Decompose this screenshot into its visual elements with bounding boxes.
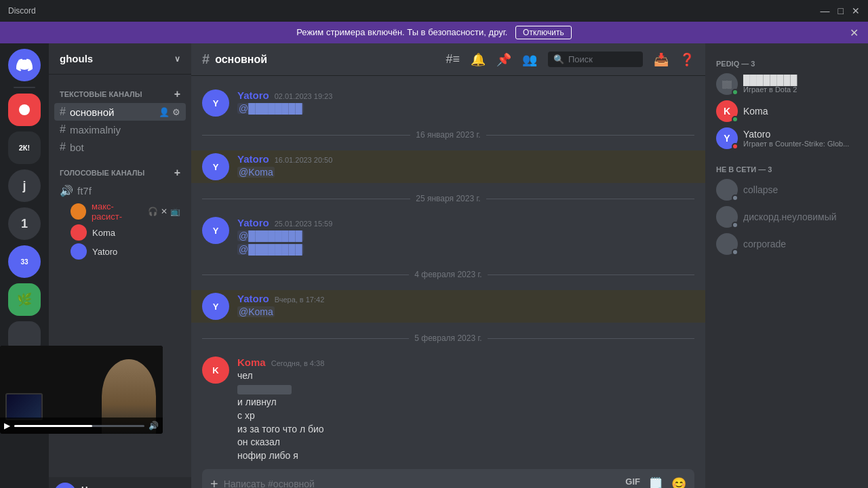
msg-text-1: @████████ xyxy=(237,102,694,116)
text-channels-label[interactable]: ТЕКСТОВЫЕ КАНАЛЫ + xyxy=(54,85,186,103)
msg-text-4: @Koma xyxy=(237,306,694,319)
server-icon-1[interactable]: 1 xyxy=(8,207,41,240)
emoji-icon[interactable]: 😊 xyxy=(671,476,686,488)
mute-icon: ✕ xyxy=(161,207,167,216)
msg-author-2[interactable]: Yatoro xyxy=(237,153,269,165)
member-status-online1 xyxy=(732,89,738,96)
search-box[interactable]: 🔍 Поиск xyxy=(548,52,643,67)
member-avatar-koma: K xyxy=(716,100,738,122)
member-activity-online1: Играет в Dota 2 xyxy=(743,85,857,94)
hash-icon-2: # xyxy=(60,123,66,136)
notif-text: Режим стримера включён. Ты в безопасност… xyxy=(296,27,507,37)
member-avatar-yatoro: Y xyxy=(716,127,738,149)
member-name-koma: Koma xyxy=(743,106,857,117)
date-separator-jan25: 25 января 2023 г. xyxy=(202,194,694,203)
add-text-channel-icon[interactable]: + xyxy=(174,88,180,100)
members-icon[interactable]: 👥 xyxy=(522,52,537,67)
channel-user-icon[interactable]: 👤 xyxy=(159,107,170,117)
chat-header-icons[interactable]: #≡ 🔔 📌 👥 🔍 Поиск 📥 ❓ xyxy=(446,52,694,67)
member-name-collapse: collapse xyxy=(743,184,857,195)
member-item-discord-unavoidable[interactable]: дискорд.неуловимый xyxy=(711,203,863,230)
member-status-koma xyxy=(732,116,738,123)
member-info-collapse: collapse xyxy=(743,184,857,195)
inbox-icon[interactable]: 📥 xyxy=(654,52,669,67)
server-name-header[interactable]: ghouls ∨ xyxy=(49,43,191,75)
member-avatar-offline2 xyxy=(716,206,738,228)
avatar-yatoro-4: Y xyxy=(202,293,229,320)
member-status-corporade xyxy=(732,249,738,256)
notif-close-icon[interactable]: ✕ xyxy=(850,26,859,39)
thread-icon[interactable]: #≡ xyxy=(446,52,460,66)
add-voice-channel-icon[interactable]: + xyxy=(174,167,180,179)
server-icon-red[interactable] xyxy=(8,94,41,126)
notif-disable-button[interactable]: Отключить xyxy=(515,26,572,39)
koma-line-5: он сказал xyxy=(237,436,694,449)
member-info-corporade: corporade xyxy=(743,239,857,249)
bell-icon[interactable]: 🔔 xyxy=(471,52,486,67)
gif-button[interactable]: GIF xyxy=(625,476,640,488)
chat-input-box[interactable]: + GIF 🗒️ 😊 xyxy=(202,469,694,488)
channel-gear-icon[interactable]: ⚙ xyxy=(172,107,180,117)
overlay-controls[interactable]: ▶ 🔊 xyxy=(0,418,163,434)
maximize-btn[interactable]: □ xyxy=(838,5,844,16)
hash-icon: # xyxy=(60,106,66,118)
offline-members-label: НЕ В СЕТИ — 3 xyxy=(711,160,863,176)
mention-3: @████████ xyxy=(237,244,304,255)
voice-user-koma-avatar xyxy=(71,224,87,241)
online-members-label: PEDIQ — 3 xyxy=(711,54,863,70)
channel-name-bot: bot xyxy=(70,142,84,153)
close-btn[interactable]: ✕ xyxy=(852,5,860,16)
channel-name-maximalniy: maximalniy xyxy=(70,124,121,136)
member-item-collapse[interactable]: collapse xyxy=(711,176,863,203)
channel-item-maximalniy[interactable]: # maximalniy xyxy=(54,121,186,138)
msg-content-3: Yatoro 25.01.2023 15:59 @████████ @█████… xyxy=(237,217,694,256)
msg-header-5: Koma Сегодня, в 4:38 xyxy=(237,357,694,368)
member-item-koma[interactable]: K Koma xyxy=(711,98,863,125)
search-icon: 🔍 xyxy=(553,54,564,64)
channel-item-osnovnoy[interactable]: # основной 👤 ⚙ xyxy=(54,103,186,121)
msg-text-2: @Koma xyxy=(237,166,694,180)
server-icon-home[interactable] xyxy=(8,49,41,81)
server-icon-j[interactable]: j xyxy=(8,169,41,202)
msg-author-5[interactable]: Koma xyxy=(237,357,266,368)
server-divider xyxy=(14,87,35,88)
member-item-online1[interactable]: ░░ ████████ Играет в Dota 2 xyxy=(711,70,863,98)
member-item-yatoro[interactable]: Y Yatoro Играет в Counter-Strike: Glob..… xyxy=(711,125,863,152)
msg-author-1[interactable]: Yatoro xyxy=(237,89,269,101)
date-separator-feb4: 4 февраля 2023 г. xyxy=(202,270,694,279)
window-controls[interactable]: — □ ✕ xyxy=(821,5,860,16)
msg-header-2: Yatoro 16.01.2023 20:50 xyxy=(237,153,694,165)
msg-author-4[interactable]: Yatoro xyxy=(237,293,269,304)
play-icon[interactable]: ▶ xyxy=(4,421,10,430)
notification-bar: Режим стримера включён. Ты в безопасност… xyxy=(0,22,868,43)
message-input[interactable] xyxy=(224,479,626,488)
avatar-yatoro-2: Y xyxy=(202,153,229,180)
msg-time-4: Вчера, в 17:42 xyxy=(275,296,325,304)
volume-icon[interactable]: 🔊 xyxy=(149,421,159,430)
msg-author-3[interactable]: Yatoro xyxy=(237,217,269,228)
channel-item-ft7f[interactable]: 🔊 ft7f xyxy=(54,182,186,200)
text-channels-section-title: ТЕКСТОВЫЕ КАНАЛЫ xyxy=(60,90,142,98)
mention-1: @████████ xyxy=(237,103,304,114)
server-icon-2k[interactable]: 2К! xyxy=(8,131,41,164)
stream-icon: 📺 xyxy=(170,207,180,216)
minimize-btn[interactable]: — xyxy=(821,5,830,16)
add-attachment-icon[interactable]: + xyxy=(210,476,218,489)
pin-icon[interactable]: 📌 xyxy=(496,52,511,67)
voice-user-yatoro[interactable]: Yatoro xyxy=(54,242,186,261)
avatar-koma: K xyxy=(202,357,229,384)
channel-item-bot[interactable]: # bot xyxy=(54,138,186,156)
speaker-icon: 🔊 xyxy=(60,184,73,197)
user-area: User #0000 🎤 🎧 ⚙ xyxy=(49,477,191,488)
user-info: User #0000 xyxy=(81,485,138,489)
koma-line-3: с хр xyxy=(237,409,694,423)
server-icon-circle-dark[interactable]: 33 xyxy=(8,245,41,278)
server-icon-green-leaf[interactable]: 🌿 xyxy=(8,283,41,316)
voice-channels-label[interactable]: ГОЛОСОВЫЕ КАНАЛЫ + xyxy=(54,164,186,182)
help-icon[interactable]: ❓ xyxy=(679,52,694,67)
member-info-offline2: дискорд.неуловимый xyxy=(743,211,857,222)
progress-bar-track[interactable] xyxy=(14,425,144,427)
voice-user-koma[interactable]: Koma xyxy=(54,223,186,242)
voice-user-maks[interactable]: макс-расист- 🎧 ✕ 📺 xyxy=(54,200,186,223)
member-item-corporade[interactable]: corporade xyxy=(711,230,863,258)
